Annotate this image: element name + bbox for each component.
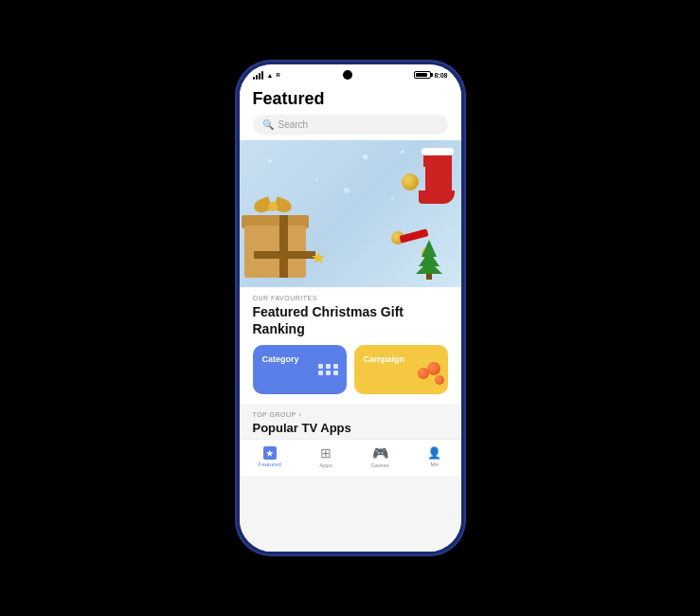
apps-icon: ⊞ [320, 445, 332, 461]
snow-8 [401, 150, 404, 154]
tree-bot [416, 261, 442, 274]
section-title: Featured Christmas Gift Ranking [253, 303, 448, 337]
phone-screen: ▲ R 8:08 Featured 🔍 Search [240, 64, 461, 552]
header: Featured 🔍 Search [240, 82, 461, 140]
search-placeholder: Search [278, 119, 309, 130]
stocking-cuff [422, 148, 454, 155]
phone-frame: ▲ R 8:08 Featured 🔍 Search [237, 62, 464, 554]
grid-dot-1 [318, 364, 323, 369]
snow-3 [363, 154, 368, 159]
campaign-ball-3 [435, 375, 444, 385]
page-title: Featured [253, 89, 448, 109]
top-group-header[interactable]: TOP Group › [253, 411, 448, 418]
bottom-nav: Featured ⊞ Apps 🎮 Games 👤 Me [240, 439, 461, 476]
stocking [419, 148, 457, 200]
nav-label-featured: Featured [259, 462, 281, 467]
nav-item-apps[interactable]: ⊞ Apps [319, 445, 332, 468]
section-subtitle: OUR FAVOURITES [253, 295, 448, 301]
top-group-title: Popular TV Apps [253, 421, 448, 435]
me-icon: 👤 [427, 446, 441, 460]
grid-dot-3 [333, 364, 338, 369]
bow-center [268, 202, 278, 211]
camera-notch [343, 70, 352, 80]
gift-box [240, 202, 320, 278]
campaign-ball-2 [418, 368, 429, 379]
grid-dot-2 [326, 364, 331, 369]
snow-1 [268, 159, 272, 163]
campaign-ball-1 [427, 362, 440, 375]
screen-content: Featured 🔍 Search [240, 82, 461, 552]
top-group-section: TOP Group › Popular TV Apps [240, 404, 461, 439]
nav-item-featured[interactable]: Featured [259, 446, 281, 467]
featured-icon-inner [266, 449, 274, 457]
search-icon: 🔍 [262, 119, 274, 130]
stocking-foot [419, 190, 455, 204]
data-icon: R [276, 72, 279, 78]
grid-dot-4 [318, 371, 323, 375]
battery-icon [414, 71, 431, 79]
category-label: Category [262, 354, 337, 364]
battery-fill [416, 73, 426, 77]
grid-dot-5 [326, 371, 331, 375]
gift-base [244, 226, 306, 278]
time-display: 8:08 [434, 72, 447, 79]
top-group-label: TOP Group [253, 411, 296, 418]
nav-label-apps: Apps [319, 462, 332, 468]
games-icon: 🎮 [372, 445, 388, 461]
ornament-ball-1 [402, 173, 419, 190]
campaign-label: Campaign [364, 354, 439, 364]
signal-icon [253, 71, 263, 80]
nav-label-games: Games [370, 462, 388, 468]
snow-2 [315, 178, 318, 181]
grid-dot-6 [333, 371, 338, 375]
status-bar: ▲ R 8:08 [240, 64, 461, 82]
nav-item-me[interactable]: 👤 Me [427, 446, 441, 467]
chevron-right-icon: › [299, 411, 301, 418]
featured-icon [263, 446, 277, 460]
stocking-top [423, 148, 452, 167]
stocking-leg [425, 167, 452, 190]
status-right: 8:08 [414, 71, 447, 79]
nav-item-games[interactable]: 🎮 Games [370, 445, 388, 468]
wifi-icon: ▲ [267, 72, 274, 79]
category-card[interactable]: Category [253, 345, 347, 394]
cards-row: Category Campaign [253, 345, 448, 394]
tree-trunk [426, 274, 432, 280]
hero-banner[interactable]: ★ [240, 140, 461, 287]
snow-4 [391, 197, 394, 200]
category-icon-grid [318, 364, 339, 375]
snow-6 [344, 188, 350, 193]
search-bar[interactable]: 🔍 Search [253, 115, 448, 135]
christmas-tree [416, 240, 442, 280]
status-left: ▲ R [253, 71, 280, 80]
campaign-card[interactable]: Campaign [354, 345, 448, 394]
gift-ribbon-v [279, 215, 288, 278]
info-section: OUR FAVOURITES Featured Christmas Gift R… [240, 287, 461, 404]
nav-label-me: Me [431, 462, 439, 467]
star: ★ [311, 247, 326, 268]
